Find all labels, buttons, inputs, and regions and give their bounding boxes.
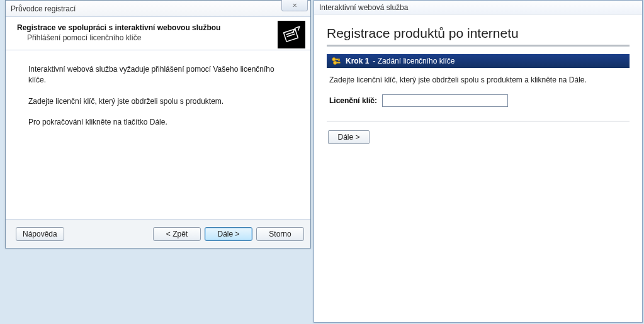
wizard-para-3: Pro pokračování klikněte na tlačítko Dál… [28,117,288,128]
license-key-row: Licenční klíč: [329,94,627,107]
register-logo-icon [278,21,305,48]
web-instruction: Zadejte licenční klíč, který jste obdrže… [329,75,627,84]
svg-rect-8 [336,62,340,64]
web-next-button[interactable]: Dále > [328,130,370,144]
wizard-titlebar: Průvodce registrací ⨉ [6,1,310,17]
svg-rect-6 [339,59,340,61]
keys-icon [330,55,342,67]
wizard-subheading: Přihlášení pomocí licenčního klíče [27,33,303,42]
wizard-heading: Registrace ve spolupráci s interaktivní … [17,23,303,32]
back-button[interactable]: < Zpět [153,227,201,241]
next-button[interactable]: Dále > [205,227,252,241]
web-service-window: Interaktivní webová služba Registrace pr… [314,0,643,323]
close-button[interactable]: ⨉ [281,0,308,11]
page-heading: Registrace produktů po internetu [327,26,630,41]
cancel-button[interactable]: Storno [256,227,304,241]
web-title-text: Interaktivní webová služba [319,3,408,12]
wizard-para-1: Interaktivní webová služba vyžaduje přih… [28,64,288,86]
license-key-label: Licenční klíč: [329,96,377,105]
registration-wizard-window: Průvodce registrací ⨉ Registrace ve spol… [5,0,311,249]
wizard-title-text: Průvodce registrací [11,4,76,13]
section-divider [327,121,630,121]
wizard-header: Registrace ve spolupráci s interaktivní … [6,17,310,50]
step-bar: Krok 1 Zadání licenčního klíče [327,54,630,68]
web-body: Registrace produktů po internetu Krok 1 … [314,14,642,155]
web-titlebar: Interaktivní webová služba [314,1,642,14]
heading-divider [327,45,630,47]
license-key-input[interactable] [382,94,508,107]
wizard-body: Interaktivní webová služba vyžaduje přih… [6,50,310,145]
step-desc: Zadání licenčního klíče [373,54,455,68]
close-icon: ⨉ [293,1,297,8]
wizard-para-2: Zadejte licenční klíč, který jste obdrže… [28,96,288,107]
step-name: Krok 1 [346,54,369,68]
help-button[interactable]: Nápověda [16,227,64,241]
wizard-footer: Nápověda < Zpět Dále > Storno [6,219,310,248]
